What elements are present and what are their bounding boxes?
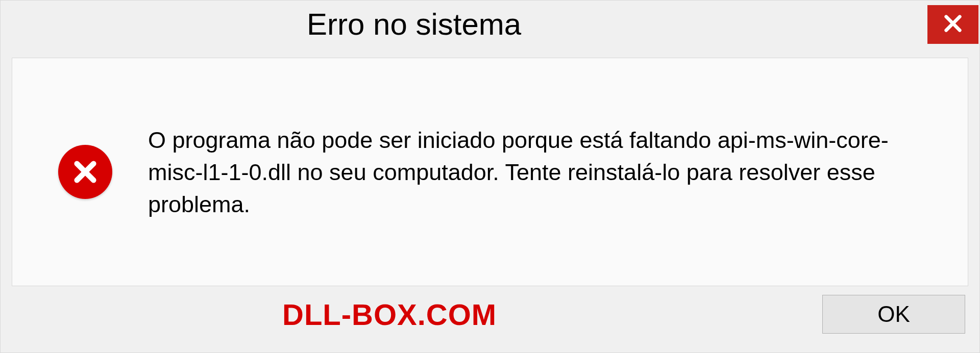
close-icon bbox=[943, 13, 963, 36]
error-icon-wrap bbox=[58, 145, 112, 199]
dialog-content: O programa não pode ser iniciado porque … bbox=[12, 58, 968, 286]
dialog-message: O programa não pode ser iniciado porque … bbox=[148, 124, 937, 220]
close-button[interactable] bbox=[927, 5, 978, 44]
error-dialog: Erro no sistema O programa não pode ser … bbox=[0, 0, 980, 353]
dialog-title: Erro no sistema bbox=[307, 7, 521, 42]
ok-button-label: OK bbox=[877, 301, 910, 327]
watermark-text: DLL-BOX.COM bbox=[282, 297, 497, 332]
ok-button[interactable]: OK bbox=[822, 295, 965, 334]
titlebar: Erro no sistema bbox=[1, 1, 979, 47]
dialog-footer: DLL-BOX.COM OK bbox=[1, 286, 979, 352]
error-icon bbox=[58, 145, 112, 199]
